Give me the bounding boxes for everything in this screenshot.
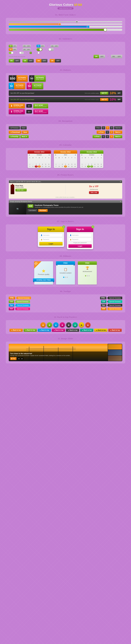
prev-btn-2[interactable]: ◄ Prev: [97, 130, 105, 134]
get-it-btn-1[interactable]: GET IT!: [100, 92, 108, 94]
price-btn-3[interactable]: $ 50 /mo ACTIVATE Instant setup: [9, 83, 25, 89]
promo-close-1[interactable]: ✕: [120, 181, 121, 182]
btt-bar-teal[interactable]: ▲ Back to top: [80, 329, 93, 332]
slider-thumb-3[interactable]: [108, 356, 122, 361]
btt-circle-teal[interactable]: ▲: [72, 322, 78, 328]
switch-col-3[interactable]: ON OFF: [36, 59, 47, 62]
switch-on-orange[interactable]: ONOFF: [9, 48, 17, 51]
next-btn-3b[interactable]: Next ►: [114, 135, 122, 138]
username-field-2[interactable]: 👤 Username: [68, 234, 92, 237]
download-btn-2[interactable]: ⬇ DOWNLOAD All music files: [9, 109, 25, 114]
password-field-2[interactable]: 🔒 Password: [68, 238, 92, 241]
page-btn-5[interactable]: 2: [110, 130, 113, 134]
switch-off-orange[interactable]: ONOFF: [23, 48, 31, 51]
forgot-password-link[interactable]: Forgot your password?: [68, 242, 92, 244]
switch-large-on[interactable]: ONOFF: [94, 55, 105, 58]
username-field-1[interactable]: 👤 Username: [39, 234, 63, 237]
price-btn-1[interactable]: $ $50 /mo ACTIVATE Instant setup: [9, 75, 28, 82]
password-field-1[interactable]: 🔒 Password: [39, 238, 63, 241]
next-btn-1[interactable]: Next: [21, 126, 27, 130]
signin-plus-btn-2[interactable]: +: [91, 226, 94, 228]
btt-circle-red[interactable]: ▲: [85, 322, 90, 328]
btt-bar-dark[interactable]: ▲ Back to top: [66, 329, 79, 332]
tooltip-trigger-html-2[interactable]: HTML: [100, 296, 106, 299]
download-btn-1[interactable]: ⬇ DOWNLOAD All music files: [9, 104, 25, 108]
buy-now-btn-1[interactable]: BUY NOW! Money back guarantee: [33, 104, 48, 108]
slider-track-3[interactable]: [9, 26, 122, 28]
next-btn-1b[interactable]: Next ►: [114, 126, 122, 130]
btt-circle-dark[interactable]: ▲: [66, 322, 71, 328]
slider-next-btn[interactable]: ►: [21, 357, 24, 360]
btt-circle-blue[interactable]: ▲: [53, 322, 59, 328]
buy-now-btn-2[interactable]: BUY NOW! Money back guarantee: [33, 109, 48, 114]
price-small-btn-2[interactable]: $19: [26, 110, 32, 114]
slider-thumb-1[interactable]: [108, 344, 122, 350]
round-switch-off-1[interactable]: [48, 48, 54, 51]
btt-bar-pink[interactable]: ▲ Back to top: [52, 329, 65, 332]
btt-bar-blue[interactable]: ▲ Back to top: [38, 329, 51, 332]
cal-next-2[interactable]: ►: [75, 154, 76, 156]
next-btn-2[interactable]: Next ►: [114, 130, 122, 134]
tooltip-trigger-php-1[interactable]: PHP: [9, 308, 14, 310]
switch-col-4[interactable]: ON OFF: [50, 59, 61, 62]
signin-submit-2[interactable]: Login: [68, 244, 92, 248]
switch-large-off[interactable]: ONOFF: [111, 55, 122, 58]
slider-track-4[interactable]: [9, 29, 122, 31]
order-now-btn-1[interactable]: Order now →: [16, 189, 27, 191]
live-demo-btn[interactable]: Live demo: [28, 209, 37, 212]
price-btn-4[interactable]: $ 50 /mo ACTIVATE Instant setup: [27, 83, 43, 89]
switch-col-2[interactable]: ON OFF: [22, 59, 34, 62]
btt-bar-yellow[interactable]: ▲ Back to top: [94, 329, 107, 332]
page-btn-2[interactable]: 2: [106, 126, 109, 130]
btt-circle-pink[interactable]: ▲: [60, 322, 65, 328]
prev-btn-3[interactable]: ◄ Prev: [93, 135, 101, 138]
btt-bar-red[interactable]: ▲ Back to top: [108, 329, 121, 332]
slider-thumb-2[interactable]: [108, 350, 122, 355]
tooltip-trigger-css-2[interactable]: CSS: [101, 300, 106, 303]
slider-play-btn[interactable]: ▶ Play: [10, 357, 17, 360]
tooltip-trigger-sign-2[interactable]: Sign: [101, 304, 106, 306]
slider-track-1[interactable]: [9, 21, 122, 22]
purchase-btn[interactable]: Purchase: [38, 209, 48, 212]
page-btn-6[interactable]: 1: [102, 135, 105, 138]
next-btn-3[interactable]: Next ►: [20, 135, 29, 138]
switch-on-1[interactable]: ONOFF: [9, 45, 17, 47]
prev-btn-1b[interactable]: Prev: [95, 126, 101, 130]
page-btn-8[interactable]: 3: [110, 135, 113, 138]
switch-off-blue-1[interactable]: ONOFF: [51, 45, 59, 47]
promo-close-2[interactable]: ✕: [120, 201, 121, 202]
get-it-btn-2[interactable]: GET IT!: [100, 98, 108, 101]
page-btn-3[interactable]: 3: [110, 126, 113, 130]
price-btn-2[interactable]: $ 50 /mo ACTIVATE Better speed!: [29, 75, 46, 82]
btt-circle-yellow[interactable]: ▲: [79, 322, 84, 328]
slider-prev-btn[interactable]: ◄: [17, 357, 20, 360]
page-btn-1[interactable]: 1: [102, 126, 105, 130]
btt-bar-orange[interactable]: ▲ Back to top: [10, 329, 23, 332]
btt-bar-green[interactable]: ▲ Back to top: [24, 329, 37, 332]
cal-prev-2[interactable]: ◄: [55, 154, 56, 156]
prevup-btn[interactable]: ◄ Prev/Up: [9, 135, 20, 138]
tooltip-trigger-sign-1[interactable]: Sign: [9, 304, 14, 306]
prev-btn-1[interactable]: ◄ Previous: [9, 126, 20, 130]
tooltip-trigger-php-2[interactable]: PHP: [101, 308, 106, 310]
switch-on-blue-1[interactable]: ONOFF: [37, 45, 45, 47]
page-btn-4[interactable]: 1: [106, 130, 109, 134]
cal-next-3[interactable]: ►: [101, 154, 102, 156]
signin-submit-1[interactable]: Login: [39, 242, 63, 246]
checkbox-checked-1[interactable]: ✓: [30, 52, 32, 54]
tooltip-trigger-html-1[interactable]: HTML: [9, 296, 15, 299]
signin-plus-btn-1[interactable]: +: [62, 226, 65, 228]
take-a-sip-btn[interactable]: Take a sip!: [89, 191, 99, 194]
btt-circle-orange[interactable]: ▲: [41, 322, 46, 328]
btt-circle-green[interactable]: ▲: [47, 322, 52, 328]
save-btn-nav[interactable]: Save: [22, 130, 29, 134]
round-switch-on-1[interactable]: [37, 48, 42, 51]
cal-prev-3[interactable]: ◄: [81, 154, 82, 156]
slider-track-2[interactable]: [9, 24, 122, 25]
page-btn-7[interactable]: 2: [106, 135, 109, 138]
price-small-btn-1[interactable]: $19: [26, 104, 32, 108]
icon-switch-on-1[interactable]: [9, 52, 13, 54]
tooltip-trigger-css-1[interactable]: CSS: [9, 300, 14, 303]
switch-col-1[interactable]: ON OFF: [9, 59, 20, 62]
cal-next-1[interactable]: ►: [49, 154, 50, 156]
